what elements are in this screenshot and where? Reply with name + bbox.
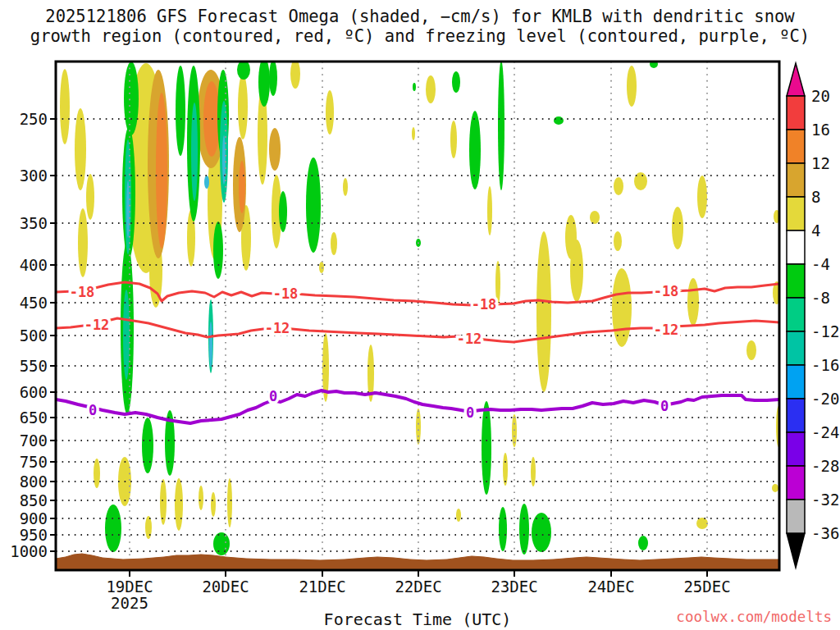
chart-title-line1: 2025121806 GFS Forecast Omega (shaded, −… [45, 7, 795, 26]
omega-blob [482, 401, 491, 495]
omega-blob [191, 103, 198, 201]
colorbar-tick-label: -32 [811, 491, 839, 509]
x-axis-title: Forecast Time (UTC) [324, 609, 512, 629]
omega-blob [269, 60, 277, 96]
omega-blob [199, 486, 203, 510]
colorbar-segment [787, 432, 805, 466]
omega-blob [412, 127, 415, 140]
contour-label-0: 0 [466, 404, 474, 421]
y-tick-label: 900 [20, 509, 48, 527]
omega-blob [614, 177, 623, 195]
colorbar-tick-label: 12 [811, 154, 830, 172]
omega-blob [536, 231, 551, 392]
y-tick-label: 800 [20, 472, 48, 491]
contour-label--18: -18 [472, 296, 497, 313]
contour-label--18: -18 [273, 285, 299, 302]
omega-blob [126, 180, 130, 238]
terrain-layer [56, 554, 779, 570]
colorbar-segment [787, 331, 805, 365]
omega-blob [160, 479, 167, 525]
contour-label--12: -12 [654, 322, 679, 338]
contour-label--12: -12 [457, 331, 482, 347]
omega-blob [499, 507, 507, 551]
y-tick-label: 1000 [10, 542, 48, 560]
colorbar-segment [787, 96, 805, 130]
y-tick-label: 300 [20, 167, 48, 185]
y-tick-label: 350 [20, 214, 48, 232]
omega-blob [145, 516, 152, 539]
colorbar-segment [787, 365, 805, 399]
y-tick-label: 400 [20, 256, 48, 274]
omega-blob [687, 278, 699, 326]
omega-blob [487, 186, 492, 235]
omega-blob [331, 232, 337, 255]
omega-blob [696, 518, 708, 529]
omega-blob [213, 532, 230, 555]
omega-blob [123, 290, 130, 380]
omega-blob [227, 478, 232, 527]
colorbar-segment [787, 264, 805, 298]
omega-blob [450, 121, 457, 158]
gfs-omega-cross-section-page: { "title": { "line1": "2025121806 GFS Fo… [0, 0, 840, 630]
contour-label--12: -12 [84, 317, 110, 333]
omega-blob [326, 90, 334, 135]
y-tick-label: 750 [20, 453, 48, 471]
omega-shading-layer [60, 57, 781, 555]
omega-blob [279, 191, 287, 232]
colorbar-tick-label: -8 [811, 289, 830, 307]
omega-blob [498, 61, 504, 190]
omega-blob [209, 322, 212, 368]
contour-label-0: 0 [269, 388, 277, 404]
omega-blob [413, 83, 416, 91]
omega-blob [124, 62, 139, 135]
contour-label-0: 0 [660, 398, 669, 414]
omega-blob [531, 457, 536, 486]
chart-title-line2: growth region (contoured, red, ºC) and f… [30, 26, 810, 46]
omega-blob [452, 71, 460, 93]
colorbar-tick-label: -24 [811, 423, 839, 441]
x-tick-label: 25DEC [683, 578, 730, 596]
colorbar-tick-label: 20 [811, 87, 830, 105]
omega-blob [565, 215, 577, 259]
colorbar-tick-label: -16 [811, 356, 839, 374]
omega-blob [638, 536, 648, 550]
omega-blob [258, 57, 270, 107]
contour-label--18: -18 [70, 284, 95, 300]
colorbar-tick-label: -4 [811, 255, 830, 273]
omega-blob [213, 221, 223, 279]
contour-label--18: -18 [654, 283, 679, 299]
colorbar-bottom-arrow [787, 533, 805, 568]
colorbar-tick-label: -36 [811, 524, 839, 542]
contour-label-0: 0 [89, 402, 97, 418]
omega-blob [343, 178, 348, 196]
omega-blob [204, 176, 209, 189]
x-tick-label: 19DEC [106, 578, 153, 596]
colorbar-segment [787, 197, 805, 231]
omega-blob [78, 208, 88, 277]
colorbar-segment [787, 399, 805, 432]
omega-blob [105, 504, 121, 552]
colorbar-tick-label: -20 [811, 390, 839, 408]
omega-blob [175, 478, 183, 531]
omega-blob [554, 116, 564, 125]
omega-blob [306, 158, 321, 253]
x-tick-label: 21DEC [299, 578, 345, 596]
omega-blob [612, 268, 632, 347]
omega-blob [86, 174, 94, 220]
x-tick-label: 22DEC [395, 578, 441, 596]
omega-blob [75, 108, 86, 190]
omega-blob [142, 418, 153, 473]
colorbar-segment [787, 130, 805, 163]
omega-blob [627, 66, 637, 107]
omega-blob [269, 128, 281, 171]
omega-blob [456, 509, 461, 522]
y-tick-label: 250 [20, 110, 48, 128]
omega-blob [772, 484, 778, 492]
colorbar-tick-label: 4 [811, 221, 820, 240]
x-tick-label: 24DEC [587, 578, 634, 596]
colorbar-tick-label: 16 [811, 121, 830, 139]
omega-blob [238, 74, 248, 139]
colorbar-tick-label: 8 [811, 188, 820, 206]
omega-cross-section-chart: 2025121806 GFS Forecast Omega (shaded, −… [0, 0, 840, 630]
watermark-link[interactable]: coolwx.com/modelts [676, 609, 832, 625]
